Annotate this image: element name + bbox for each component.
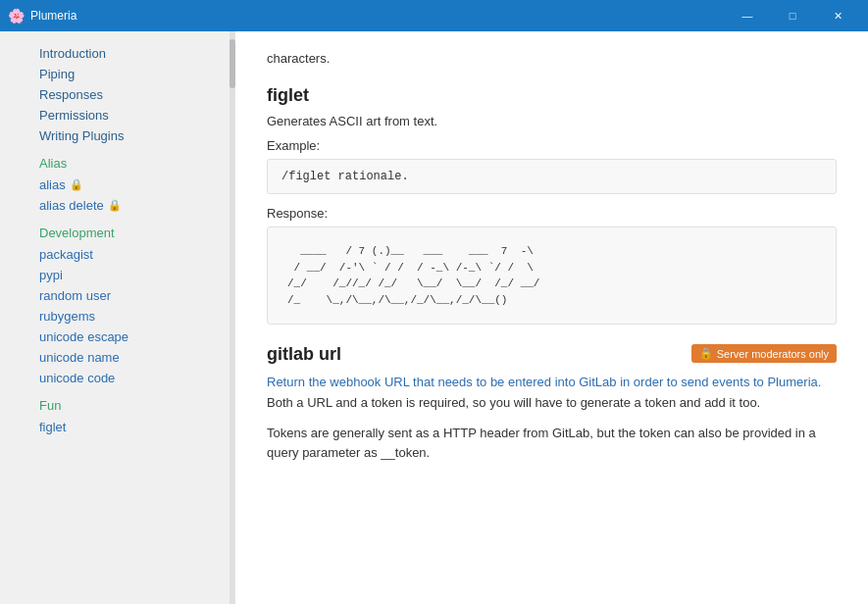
sidebar-section-fun: Fun <box>0 388 235 417</box>
sidebar-section-alias: Alias <box>0 146 235 175</box>
minimize-button[interactable]: — <box>725 0 770 31</box>
sidebar-item-figlet[interactable]: figlet <box>0 417 235 437</box>
figlet-ascii-art: ____ / 7 (.)__ ___ ___ 7 -\ / __/ /-'\ `… <box>267 226 837 325</box>
sidebar-item-responses[interactable]: Responses <box>0 84 235 105</box>
top-continuation-text: characters. <box>267 31 837 66</box>
lock-icon-alias-delete: 🔒 <box>108 199 122 212</box>
gitlab-title: gitlab url <box>267 344 341 365</box>
sidebar-item-random-user[interactable]: random user <box>0 285 235 306</box>
close-button[interactable]: ✕ <box>815 0 860 31</box>
sidebar-item-unicode-code[interactable]: unicode code <box>0 368 235 388</box>
sidebar-item-alias-delete[interactable]: alias delete 🔒 <box>0 195 235 216</box>
titlebar: 🌸 Plumeria — □ ✕ <box>0 0 868 31</box>
maximize-button[interactable]: □ <box>770 0 815 31</box>
lock-icon-alias: 🔒 <box>70 178 83 191</box>
sidebar-item-introduction[interactable]: Introduction <box>0 43 235 64</box>
sidebar: Introduction Piping Responses Permission… <box>0 31 235 604</box>
sidebar-item-unicode-escape[interactable]: unicode escape <box>0 327 235 347</box>
sidebar-item-packagist[interactable]: packagist <box>0 244 235 265</box>
server-moderators-badge: 🔒 Server moderators only <box>691 344 837 363</box>
window-controls: — □ ✕ <box>725 0 860 31</box>
lock-icon-badge: 🔒 <box>699 347 713 360</box>
app-icon: 🌸 <box>8 8 25 24</box>
sidebar-item-writing-plugins[interactable]: Writing Plugins <box>0 126 235 146</box>
sidebar-item-rubygems[interactable]: rubygems <box>0 306 235 327</box>
alias-delete-label: alias delete <box>39 198 104 213</box>
sidebar-section-development: Development <box>0 216 235 244</box>
sidebar-item-alias[interactable]: alias 🔒 <box>0 175 235 195</box>
figlet-title: figlet <box>267 85 837 106</box>
example-label: Example: <box>267 138 837 153</box>
gitlab-desc1: Return the webhook URL that needs to be … <box>267 373 837 414</box>
figlet-example-code: /figlet rationale. <box>267 159 837 194</box>
badge-label: Server moderators only <box>717 348 829 360</box>
gitlab-section-header: gitlab url 🔒 Server moderators only <box>267 344 837 365</box>
sidebar-item-pypi[interactable]: pypi <box>0 265 235 285</box>
figlet-description: Generates ASCII art from text. <box>267 114 837 128</box>
main-content[interactable]: characters. figlet Generates ASCII art f… <box>235 31 868 604</box>
gitlab-desc2: Tokens are generally sent as a HTTP head… <box>267 424 837 465</box>
sidebar-item-unicode-name[interactable]: unicode name <box>0 347 235 368</box>
gitlab-desc1-black: Both a URL and a token is required, so y… <box>267 395 760 410</box>
alias-label: alias <box>39 177 66 192</box>
sidebar-item-piping[interactable]: Piping <box>0 64 235 84</box>
gitlab-desc2-text: Tokens are generally sent as a HTTP head… <box>267 426 816 461</box>
titlebar-left: 🌸 Plumeria <box>8 8 77 24</box>
sidebar-item-permissions[interactable]: Permissions <box>0 105 235 126</box>
response-label: Response: <box>267 206 837 221</box>
app-title: Plumeria <box>30 9 77 23</box>
app-body: Introduction Piping Responses Permission… <box>0 31 868 604</box>
